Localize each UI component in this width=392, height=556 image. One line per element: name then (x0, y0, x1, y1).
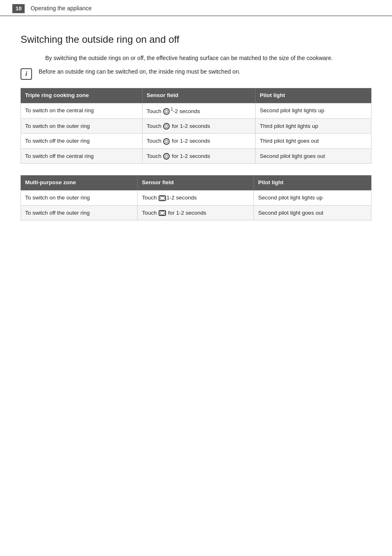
multi-row2-col2: Touch for 1-2 seconds (138, 205, 254, 220)
table-row: To switch off the central ring Touch for… (21, 148, 371, 164)
triple-row1-col3: Second pilot light lights up (256, 103, 371, 118)
multi-row1-col3: Second pilot light lights up (254, 190, 371, 206)
triple-ring-col1-header: Triple ring cooking zone (21, 88, 143, 103)
triple-ring-table: Triple ring cooking zone Sensor field Pi… (21, 88, 371, 164)
page-number: 10 (12, 4, 25, 13)
triple-row1-col2: Touch 1-2 seconds (142, 103, 256, 118)
multi-row1-col1: To switch on the outer ring (21, 190, 138, 206)
multi-purpose-header-row: Multi-purpose zone Sensor field Pilot li… (21, 176, 371, 190)
info-block: i Before an outside ring can be switched… (21, 67, 371, 80)
triple-ring-table-wrapper: Triple ring cooking zone Sensor field Pi… (21, 88, 371, 164)
sensor-circle-dot-icon (163, 108, 170, 115)
page-header: 10 Operating the appliance (0, 0, 392, 16)
multi-col1-header: Multi-purpose zone (21, 176, 138, 190)
page-header-title: Operating the appliance (30, 5, 92, 13)
sensor-rect-icon2 (159, 210, 166, 216)
multi-row1-col2: Touch 1-2 seconds (138, 190, 254, 206)
table-row: To switch on the outer ring Touch for 1-… (21, 118, 371, 134)
triple-row2-col1: To switch on the outer ring (21, 118, 143, 134)
multi-col3-header: Pilot light (254, 176, 371, 190)
triple-row4-col1: To switch off the central ring (21, 148, 143, 164)
triple-row3-col3: Third pilot light goes out (256, 134, 371, 149)
multi-row2-col3: Second pilot light goes out (254, 205, 371, 220)
sensor-circle-ring-icon3 (163, 153, 170, 160)
triple-row3-col1: To switch off the outer ring (21, 134, 143, 149)
multi-purpose-table: Multi-purpose zone Sensor field Pilot li… (21, 175, 371, 220)
multi-purpose-table-wrapper: Multi-purpose zone Sensor field Pilot li… (21, 175, 371, 220)
triple-ring-col3-header: Pilot light (256, 88, 371, 103)
table-row: To switch on the central ring Touch 1-2 … (21, 103, 371, 118)
triple-row2-col2: Touch for 1-2 seconds (142, 118, 256, 134)
sensor-circle-ring-icon (163, 123, 170, 130)
multi-col2-header: Sensor field (138, 176, 254, 190)
triple-ring-header-row: Triple ring cooking zone Sensor field Pi… (21, 88, 371, 103)
multi-row2-col1: To switch off the outer ring (21, 205, 138, 220)
sensor-circle-ring-icon2 (163, 138, 170, 145)
table-row: To switch off the outer ring Touch for 1… (21, 134, 371, 149)
triple-row3-col2: Touch for 1-2 seconds (142, 134, 256, 149)
content-area: Switching the outside ring on and off By… (0, 16, 392, 248)
triple-ring-col2-header: Sensor field (142, 88, 256, 103)
triple-row4-col2: Touch for 1-2 seconds (142, 148, 256, 164)
table-row: To switch off the outer ring Touch for 1… (21, 205, 371, 220)
triple-row1-col1: To switch on the central ring (21, 103, 143, 118)
triple-row4-col3: Second pilot light goes out (256, 148, 371, 164)
intro-text: By switching the outside rings on or off… (45, 54, 371, 63)
table-row: To switch on the outer ring Touch 1-2 se… (21, 190, 371, 206)
triple-row2-col3: Third pilot light lights up (256, 118, 371, 134)
info-icon: i (21, 68, 32, 80)
sensor-rect-icon (159, 195, 166, 201)
section-title: Switching the outside ring on and off (21, 32, 371, 46)
info-note-text: Before an outside ring can be switched o… (39, 67, 240, 76)
